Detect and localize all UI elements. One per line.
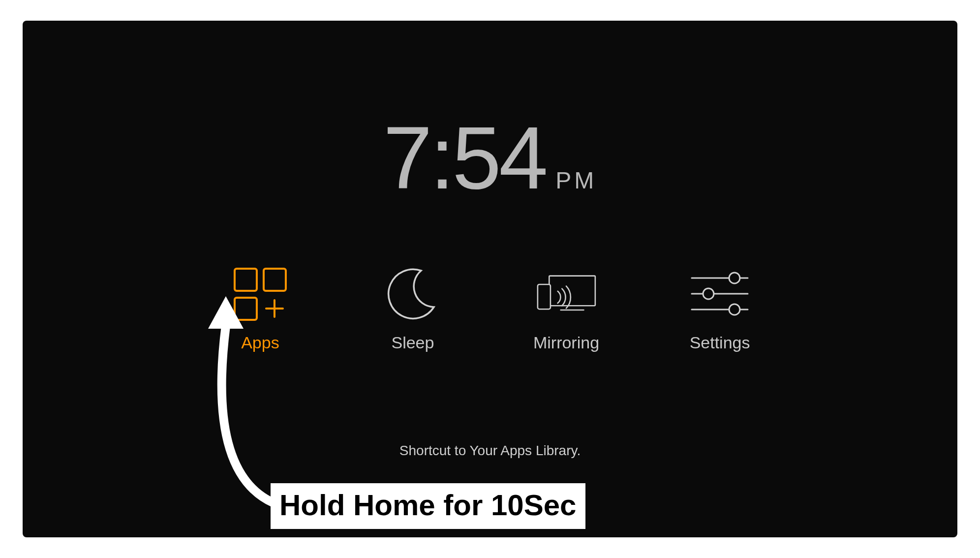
svg-rect-7 bbox=[538, 284, 551, 309]
sliders-icon bbox=[688, 267, 752, 321]
hint-text: Shortcut to Your Apps Library. bbox=[399, 443, 581, 459]
menu-item-sleep[interactable]: Sleep bbox=[381, 267, 445, 352]
annotation-callout: Hold Home for 10Sec bbox=[271, 483, 585, 529]
annotation-text: Hold Home for 10Sec bbox=[279, 489, 577, 522]
clock-period: PM bbox=[555, 167, 597, 209]
clock: 7:54 PM bbox=[383, 107, 597, 209]
menu-label: Sleep bbox=[391, 333, 434, 352]
apps-grid-plus-icon bbox=[228, 267, 292, 321]
svg-rect-1 bbox=[264, 269, 286, 291]
menu-item-apps[interactable]: Apps bbox=[228, 267, 292, 352]
clock-time: 7:54 bbox=[383, 107, 546, 209]
svg-point-9 bbox=[729, 273, 740, 283]
mirroring-icon bbox=[534, 267, 598, 321]
tv-home-overlay: 7:54 PM Apps Sleep bbox=[23, 21, 957, 537]
svg-rect-0 bbox=[235, 269, 257, 291]
svg-point-13 bbox=[729, 304, 740, 315]
menu-label: Settings bbox=[690, 333, 750, 352]
menu-item-settings[interactable]: Settings bbox=[688, 267, 752, 352]
moon-icon bbox=[381, 267, 445, 321]
menu-label: Apps bbox=[241, 333, 279, 352]
svg-point-11 bbox=[703, 288, 714, 299]
menu-label: Mirroring bbox=[533, 333, 599, 352]
svg-rect-5 bbox=[549, 276, 595, 306]
menu-item-mirroring[interactable]: Mirroring bbox=[533, 267, 599, 352]
svg-rect-2 bbox=[235, 298, 257, 320]
quick-menu: Apps Sleep Mirroring bbox=[228, 267, 752, 352]
